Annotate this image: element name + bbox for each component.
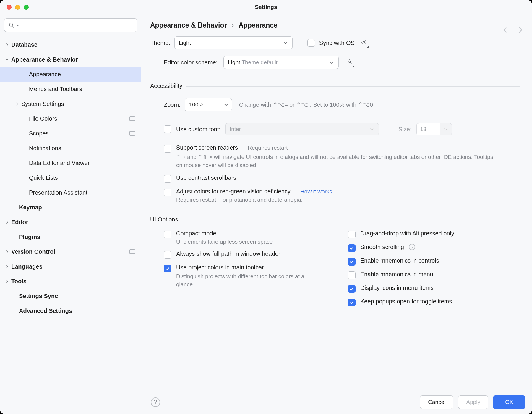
breadcrumb-parent[interactable]: Appearance & Behavior <box>150 21 227 29</box>
nav-back-icon[interactable] <box>502 26 510 34</box>
chevron-right-icon[interactable] <box>2 264 11 269</box>
sidebar-item-settings-sync[interactable]: Settings Sync <box>0 289 141 303</box>
mnemonics-controls-label: Enable mnemonics in controls <box>360 257 439 264</box>
custom-font-select[interactable]: Inter <box>225 123 379 135</box>
sidebar-item-presentation[interactable]: Presentation Assistant <box>0 185 141 200</box>
sidebar-item-plugins[interactable]: Plugins <box>0 229 141 244</box>
sidebar-item-label: Scopes <box>29 130 49 137</box>
dnd-alt-label: Drag-and-drop with Alt pressed only <box>360 230 454 237</box>
display-icons-checkbox[interactable] <box>348 285 356 293</box>
compact-mode-checkbox[interactable] <box>164 231 171 238</box>
svg-point-0 <box>9 23 13 26</box>
chevron-right-icon[interactable] <box>2 279 11 284</box>
chevron-right-icon[interactable] <box>2 43 11 47</box>
sidebar-item-label: Presentation Assistant <box>29 189 87 196</box>
theme-select[interactable]: Light <box>174 36 293 49</box>
title-bar: Settings <box>0 0 532 14</box>
sidebar-item-notifications[interactable]: Notifications <box>0 141 141 156</box>
editor-scheme-value: Light <box>228 59 240 65</box>
mnemonics-menu-checkbox[interactable] <box>348 271 356 279</box>
sidebar-item-label: Version Control <box>11 248 55 255</box>
full-path-checkbox[interactable] <box>164 251 171 259</box>
breadcrumb-current: Appearance <box>239 21 278 29</box>
how-it-works-link[interactable]: How it works <box>300 188 332 195</box>
font-size-input[interactable]: 13 <box>416 123 440 135</box>
gear-icon <box>346 59 353 65</box>
sidebar-item-version-control[interactable]: Version Control <box>0 244 141 259</box>
smooth-scroll-checkbox[interactable] <box>348 244 356 252</box>
chevron-right-icon[interactable] <box>12 102 21 106</box>
chevron-right-icon: › <box>231 21 234 29</box>
chevron-down-icon[interactable] <box>2 57 11 62</box>
sidebar-item-scopes[interactable]: Scopes <box>0 126 141 141</box>
zoom-hint: Change with ⌃⌥= or ⌃⌥-. Set to 100% with… <box>239 101 373 108</box>
editor-scheme-settings-button[interactable] <box>345 57 355 67</box>
zoom-dropdown-button[interactable] <box>220 98 232 111</box>
keep-popups-checkbox[interactable] <box>348 299 356 306</box>
sidebar-item-tools[interactable]: Tools <box>0 274 141 289</box>
full-path-label: Always show full path in window header <box>176 250 280 257</box>
sidebar-item-quick-lists[interactable]: Quick Lists <box>0 170 141 185</box>
mnemonics-controls-checkbox[interactable] <box>348 258 356 266</box>
search-icon <box>9 22 14 28</box>
editor-scheme-label: Editor color scheme: <box>164 59 218 66</box>
custom-font-checkbox[interactable] <box>164 125 171 133</box>
chevron-down-icon <box>369 127 374 132</box>
sync-os-checkbox[interactable] <box>307 39 315 47</box>
nav-forward-icon[interactable] <box>516 26 524 34</box>
sidebar-item-appearance[interactable]: Appearance <box>0 67 141 82</box>
font-size-stepper[interactable] <box>440 123 452 135</box>
sidebar-item-label: Data Editor and Viewer <box>29 160 90 166</box>
svg-line-1 <box>12 26 14 28</box>
sidebar-item-label: Menus and Toolbars <box>29 86 82 93</box>
dnd-alt-checkbox[interactable] <box>348 231 356 238</box>
screen-reader-checkbox[interactable] <box>164 145 171 153</box>
chevron-down-icon <box>283 40 288 46</box>
sidebar-item-languages[interactable]: Languages <box>0 259 141 274</box>
scope-badge-icon <box>129 116 135 121</box>
color-deficiency-hint: Requires restart. For protanopia and deu… <box>176 197 332 203</box>
project-colors-checkbox[interactable] <box>164 265 171 272</box>
sync-os-label: Sync with OS <box>319 40 355 46</box>
project-colors-hint: Distinguish projects with different tool… <box>176 273 315 288</box>
sidebar-item-label: Plugins <box>19 234 40 240</box>
sidebar-item-data-editor[interactable]: Data Editor and Viewer <box>0 156 141 170</box>
chevron-right-icon[interactable] <box>2 250 11 254</box>
chevron-right-icon[interactable] <box>2 220 11 224</box>
sidebar-item-appearance-behavior[interactable]: Appearance & Behavior <box>0 52 141 67</box>
sidebar-item-database[interactable]: Database <box>0 37 141 52</box>
history-nav <box>502 26 524 34</box>
settings-tree[interactable]: Database Appearance & Behavior Appearanc… <box>0 35 141 318</box>
sidebar-item-keymap[interactable]: Keymap <box>0 200 141 215</box>
compact-mode-hint: UI elements take up less screen space <box>176 239 273 245</box>
search-input[interactable] <box>4 18 137 32</box>
help-icon[interactable]: ? <box>409 244 415 250</box>
theme-label: Theme: <box>150 40 170 46</box>
sidebar-item-system-settings[interactable]: System Settings <box>0 96 141 111</box>
theme-value: Light <box>179 40 191 46</box>
gear-icon <box>361 39 367 46</box>
screen-reader-hint: ⌃⇥ and ⌃⇧⇥ will navigate UI controls in … <box>176 153 495 169</box>
cancel-button[interactable]: Cancel <box>420 395 453 409</box>
settings-scroll[interactable]: Appearance & Behavior › Appearance Theme… <box>141 14 532 390</box>
color-deficiency-checkbox[interactable] <box>164 189 171 196</box>
project-colors-label: Use project colors in main toolbar <box>176 264 315 271</box>
ok-button[interactable]: OK <box>493 395 525 409</box>
sidebar-item-menus-toolbars[interactable]: Menus and Toolbars <box>0 82 141 96</box>
help-button[interactable]: ? <box>151 397 160 407</box>
apply-button[interactable]: Apply <box>458 395 488 409</box>
sidebar-item-file-colors[interactable]: File Colors <box>0 111 141 126</box>
sidebar-item-label: System Settings <box>21 101 64 107</box>
sync-os-settings-button[interactable] <box>359 38 369 48</box>
screen-reader-label: Support screen readers <box>176 144 238 151</box>
zoom-input[interactable]: 100% <box>185 98 220 111</box>
sidebar-item-editor[interactable]: Editor <box>0 215 141 229</box>
sidebar-item-advanced[interactable]: Advanced Settings <box>0 303 141 318</box>
contrast-scrollbars-label: Use contrast scrollbars <box>176 174 236 181</box>
font-size-value: 13 <box>420 126 426 132</box>
breadcrumb: Appearance & Behavior › Appearance <box>150 18 520 36</box>
sidebar-item-label: Quick Lists <box>29 174 58 181</box>
contrast-scrollbars-checkbox[interactable] <box>164 175 171 183</box>
editor-scheme-select[interactable]: Light Theme default <box>223 56 339 69</box>
keep-popups-label: Keep popups open for toggle items <box>360 298 452 305</box>
